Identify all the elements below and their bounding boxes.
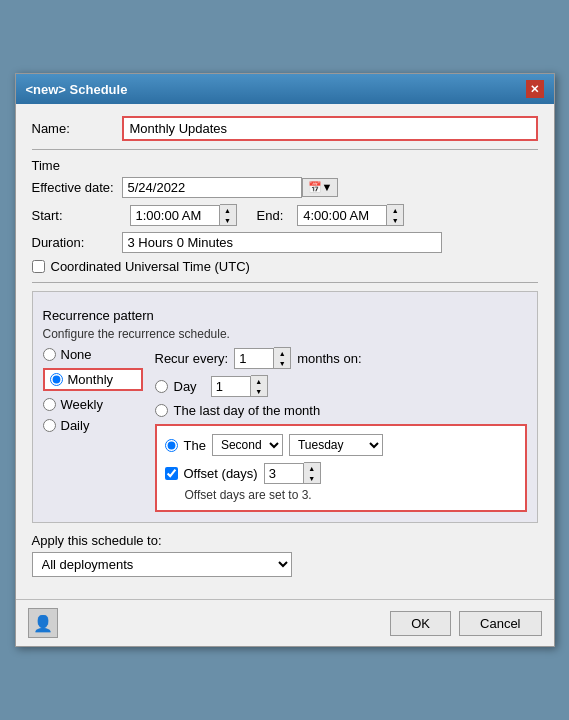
offset-input[interactable] bbox=[264, 463, 304, 484]
recur-every-spinner: ▲ ▼ bbox=[234, 347, 291, 369]
day-radio-input[interactable] bbox=[155, 380, 168, 393]
name-label: Name: bbox=[32, 121, 122, 136]
radio-daily-label: Daily bbox=[61, 418, 90, 433]
start-spinner: ▲ ▼ bbox=[130, 204, 237, 226]
end-input[interactable] bbox=[297, 205, 387, 226]
recur-every-spinner-btns: ▲ ▼ bbox=[274, 347, 291, 369]
recurrence-right: Recur every: ▲ ▼ months on: bbox=[155, 347, 527, 512]
end-label: End: bbox=[257, 208, 284, 223]
day-radio-label: Day bbox=[174, 379, 197, 394]
end-up-button[interactable]: ▲ bbox=[387, 205, 403, 215]
the-row: The First Second Third Fourth Last Sunda… bbox=[165, 434, 517, 456]
the-label: The bbox=[184, 438, 206, 453]
radio-monthly-label: Monthly bbox=[68, 372, 114, 387]
offset-checkbox[interactable] bbox=[165, 467, 178, 480]
radio-monthly-input[interactable] bbox=[50, 373, 63, 386]
cancel-button[interactable]: Cancel bbox=[459, 611, 541, 636]
radio-none: None bbox=[43, 347, 143, 362]
radio-none-input[interactable] bbox=[43, 348, 56, 361]
effective-date-row: Effective date: 📅▼ bbox=[32, 177, 538, 198]
day-down-button[interactable]: ▼ bbox=[251, 386, 267, 396]
end-spinner: ▲ ▼ bbox=[297, 204, 404, 226]
day-spinner-btns: ▲ ▼ bbox=[251, 375, 268, 397]
name-row: Name: bbox=[32, 116, 538, 141]
close-button[interactable]: ✕ bbox=[526, 80, 544, 98]
apply-select[interactable]: All deployments Selected deployments bbox=[32, 552, 292, 577]
last-day-label: The last day of the month bbox=[174, 403, 321, 418]
last-day-radio-input[interactable] bbox=[155, 404, 168, 417]
divider-2 bbox=[32, 282, 538, 283]
start-end-row: Start: ▲ ▼ End: ▲ ▼ bbox=[32, 204, 538, 226]
last-day-row: The last day of the month bbox=[155, 403, 527, 418]
the-radio-input[interactable] bbox=[165, 439, 178, 452]
recur-every-label: Recur every: bbox=[155, 351, 229, 366]
offset-row: Offset (days) ▲ ▼ bbox=[165, 462, 517, 484]
start-input[interactable] bbox=[130, 205, 220, 226]
offset-down-button[interactable]: ▼ bbox=[304, 473, 320, 483]
radio-monthly: Monthly bbox=[43, 368, 143, 391]
duration-input[interactable] bbox=[122, 232, 442, 253]
offset-spinner: ▲ ▼ bbox=[264, 462, 321, 484]
recur-every-row: Recur every: ▲ ▼ months on: bbox=[155, 347, 527, 369]
offset-label: Offset (days) bbox=[184, 466, 258, 481]
ok-button[interactable]: OK bbox=[390, 611, 451, 636]
radio-none-label: None bbox=[61, 347, 92, 362]
recurrence-inner: None Monthly Weekly Daily bbox=[43, 347, 527, 512]
end-down-button[interactable]: ▼ bbox=[387, 215, 403, 225]
day-input[interactable] bbox=[211, 376, 251, 397]
radio-weekly-input[interactable] bbox=[43, 398, 56, 411]
title-bar: <new> Schedule ✕ bbox=[16, 74, 554, 104]
user-icon: 👤 bbox=[28, 608, 58, 638]
utc-checkbox[interactable] bbox=[32, 260, 45, 273]
bottom-buttons: OK Cancel bbox=[390, 611, 541, 636]
offset-up-button[interactable]: ▲ bbox=[304, 463, 320, 473]
recur-every-up-button[interactable]: ▲ bbox=[274, 348, 290, 358]
recurrence-desc: Configure the recurrence schedule. bbox=[43, 327, 527, 341]
bottom-bar: 👤 OK Cancel bbox=[16, 599, 554, 646]
date-picker-button[interactable]: 📅▼ bbox=[302, 178, 339, 197]
utc-label: Coordinated Universal Time (UTC) bbox=[51, 259, 250, 274]
duration-row: Duration: bbox=[32, 232, 538, 253]
start-up-button[interactable]: ▲ bbox=[220, 205, 236, 215]
time-section-label: Time bbox=[32, 158, 538, 173]
recur-every-input[interactable] bbox=[234, 348, 274, 369]
start-down-button[interactable]: ▼ bbox=[220, 215, 236, 225]
dialog-body: Name: Time Effective date: 📅▼ Start: bbox=[16, 104, 554, 599]
effective-date-label: Effective date: bbox=[32, 180, 122, 195]
radio-daily-input[interactable] bbox=[43, 419, 56, 432]
schedule-dialog: <new> Schedule ✕ Name: Time Effective da… bbox=[15, 73, 555, 647]
months-on-label: months on: bbox=[297, 351, 361, 366]
recurrence-left: None Monthly Weekly Daily bbox=[43, 347, 143, 512]
radio-weekly-label: Weekly bbox=[61, 397, 103, 412]
end-spinner-btns: ▲ ▼ bbox=[387, 204, 404, 226]
recurrence-section: Recurrence pattern Configure the recurre… bbox=[32, 291, 538, 523]
offset-spinner-btns: ▲ ▼ bbox=[304, 462, 321, 484]
second-select[interactable]: First Second Third Fourth Last bbox=[212, 434, 283, 456]
date-picker-group: 📅▼ bbox=[122, 177, 339, 198]
name-input[interactable] bbox=[122, 116, 538, 141]
start-spinner-btns: ▲ ▼ bbox=[220, 204, 237, 226]
radio-weekly: Weekly bbox=[43, 397, 143, 412]
day-spinner: ▲ ▼ bbox=[211, 375, 268, 397]
day-radio-row: Day ▲ ▼ bbox=[155, 375, 527, 397]
divider-1 bbox=[32, 149, 538, 150]
utc-row: Coordinated Universal Time (UTC) bbox=[32, 259, 538, 274]
day-of-week-select[interactable]: Sunday Monday Tuesday Wednesday Thursday… bbox=[289, 434, 383, 456]
recur-every-down-button[interactable]: ▼ bbox=[274, 358, 290, 368]
time-section: Time Effective date: 📅▼ Start: ▲ ▼ bbox=[32, 158, 538, 274]
apply-label: Apply this schedule to: bbox=[32, 533, 538, 548]
effective-date-input[interactable] bbox=[122, 177, 302, 198]
the-options-box: The First Second Third Fourth Last Sunda… bbox=[155, 424, 527, 512]
duration-label: Duration: bbox=[32, 235, 122, 250]
offset-note: Offset days are set to 3. bbox=[185, 488, 517, 502]
day-up-button[interactable]: ▲ bbox=[251, 376, 267, 386]
dialog-title: <new> Schedule bbox=[26, 82, 128, 97]
start-label: Start: bbox=[32, 208, 122, 223]
recurrence-label: Recurrence pattern bbox=[43, 308, 527, 323]
apply-section: Apply this schedule to: All deployments … bbox=[32, 533, 538, 577]
radio-daily: Daily bbox=[43, 418, 143, 433]
